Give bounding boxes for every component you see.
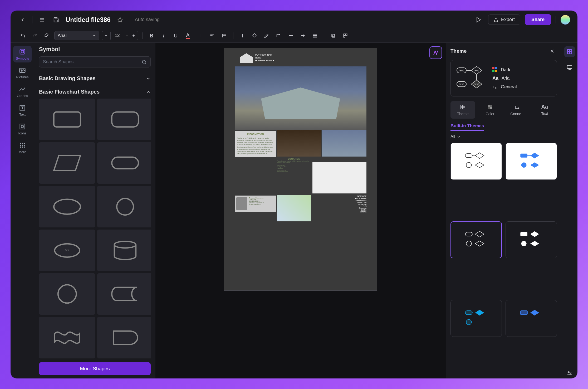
theme-card-dark-outline[interactable] [450,221,502,258]
svg-marker-45 [54,155,80,171]
font-size-value[interactable]: 12 [110,32,124,40]
more-shapes-button[interactable]: More Shapes [39,362,151,375]
theme-color-row[interactable]: Dark [492,67,521,72]
svg-rect-114 [465,311,472,315]
export-button[interactable]: Export [488,14,520,25]
svg-point-54 [117,198,134,215]
save-button[interactable] [51,15,61,25]
svg-text:text: text [459,69,464,72]
built-in-themes-title: Built-in Themes [450,123,484,131]
user-avatar[interactable] [561,15,570,25]
theme-card-light-outline[interactable] [450,143,502,180]
ai-assistant-button[interactable] [429,46,442,59]
shape-rounded-rect[interactable] [97,99,151,140]
fill-button[interactable] [250,31,259,40]
svg-rect-123 [567,65,572,69]
rail-symbols[interactable]: Symbols [13,46,32,62]
search-shapes-input[interactable] [39,56,151,67]
house-icon [240,53,253,63]
favorite-button[interactable] [115,15,125,25]
location-block: LOCATION A good space layout will bring … [277,158,311,172]
clear-format-button[interactable]: T [195,31,205,40]
tab-text[interactable]: AaText [532,101,557,119]
export-label: Export [501,17,515,22]
rail-theme-button[interactable] [564,46,575,57]
font-family-select[interactable]: Arial [54,31,99,40]
shape-database[interactable] [97,230,151,271]
floorplan-image [312,162,366,193]
font-size-increase[interactable]: + [129,31,138,40]
theme-filter[interactable]: All [450,134,557,139]
canvas[interactable]: PUT YOUR INFOHEREHOUSE FOR SALE INFORMAT… [155,43,446,378]
redo-button[interactable] [30,31,40,40]
agent-photo [236,197,247,210]
theme-card-dark-cyan[interactable] [450,300,502,337]
rail-icons[interactable]: Icons [13,121,32,137]
line-style-button[interactable] [286,31,296,40]
preview-diagram-icon: text text text text [455,65,487,91]
arrange-button[interactable] [341,31,350,40]
canvas-page[interactable]: PUT YOUR INFOHEREHOUSE FOR SALE INFORMAT… [224,48,377,290]
shape-delay[interactable] [97,317,151,358]
play-button[interactable] [474,15,483,25]
svg-point-31 [20,143,21,144]
rail-present-button[interactable] [564,62,575,73]
connector-button[interactable] [274,31,283,40]
undo-button[interactable] [18,31,27,40]
font-color-button[interactable]: A [183,31,193,40]
section-flowchart[interactable]: Basic Flowchart Shapes [39,85,151,99]
shape-wave[interactable] [39,317,95,358]
svg-rect-83 [495,67,497,69]
svg-marker-113 [530,241,539,246]
rail-pictures[interactable]: Pictures [13,65,32,81]
close-panel-button[interactable] [547,46,557,56]
file-title[interactable]: Untitled file386 [66,16,111,23]
italic-button[interactable]: I [159,31,168,40]
font-size-decrease[interactable]: − [102,31,110,40]
tab-color[interactable]: Color [478,101,503,119]
svg-point-30 [21,125,23,128]
menu-button[interactable] [37,15,47,25]
theme-card-dark-white[interactable] [506,221,557,258]
svg-point-35 [22,145,23,146]
pen-button[interactable] [262,31,271,40]
bold-button[interactable]: B [147,31,156,40]
format-painter-button[interactable] [42,31,52,40]
rail-graphs[interactable]: Graphs [13,83,32,100]
shape-ellipse[interactable] [39,186,95,227]
section-basic-drawing[interactable]: Basic Drawing Shapes [39,72,151,85]
shape-yes-label[interactable]: Yes [39,230,95,271]
layers-button[interactable] [329,31,338,40]
underline-button[interactable]: U [171,31,180,40]
shape-data[interactable] [39,142,95,184]
line-spacing-button[interactable] [219,31,229,40]
back-button[interactable] [18,15,27,25]
align-button[interactable] [207,31,217,40]
rail-settings-button[interactable] [564,368,575,378]
theme-font-row[interactable]: AaArial [492,76,521,81]
tab-connector[interactable]: Conne... [505,101,530,119]
svg-rect-117 [520,311,527,315]
line-weight-button[interactable] [310,31,320,40]
shape-process[interactable] [39,99,95,140]
shape-connector[interactable] [97,186,151,227]
font-size-stepper[interactable]: − 12 + [102,31,138,40]
rail-more[interactable]: More [13,139,32,156]
svg-rect-20 [346,34,347,35]
search-input[interactable] [43,59,141,65]
text-tool-button[interactable]: T [238,31,247,40]
theme-card-light-blue[interactable] [506,143,557,180]
share-button[interactable]: Share [525,14,551,25]
rail-text[interactable]: Text [13,102,32,119]
svg-point-53 [54,199,80,214]
svg-rect-17 [332,34,334,37]
arrow-style-button[interactable] [298,31,308,40]
shape-terminator[interactable] [97,142,151,184]
theme-panel-title: Theme [450,48,467,54]
shape-circle-stroke[interactable] [39,273,95,315]
tab-theme[interactable]: Theme [450,101,475,119]
theme-card-dark-blue2[interactable] [506,300,557,337]
theme-connector-row[interactable]: General... [492,84,521,90]
theme-panel: Theme text text text text Dark AaArial G… [446,43,562,378]
shape-stored-data[interactable] [97,273,151,315]
